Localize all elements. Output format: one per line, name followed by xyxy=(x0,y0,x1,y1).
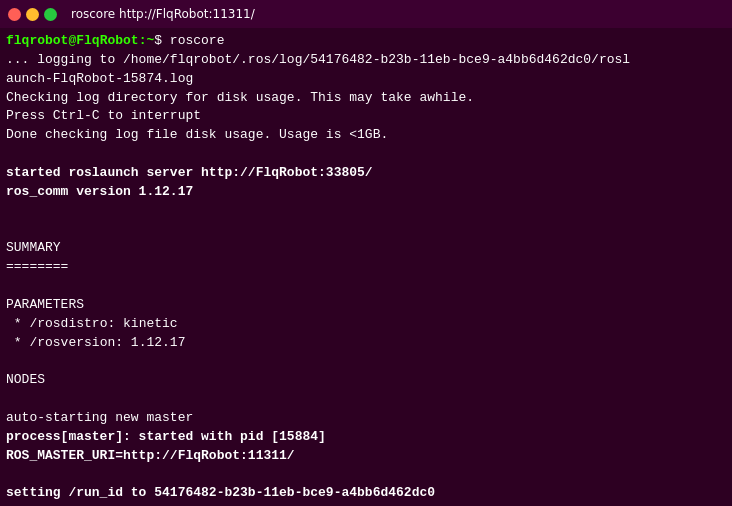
prompt-user: flqrobot xyxy=(6,33,68,48)
maximize-button[interactable] xyxy=(44,8,57,21)
output-line-2: aunch-FlqRobot-15874.log xyxy=(6,70,724,89)
window-title: roscore http://FlqRobot:11311/ xyxy=(71,7,255,21)
prompt-line: flqrobot@FlqRobot:~$ roscore xyxy=(6,32,724,51)
output-line-roslaunch: started roslaunch server http://FlqRobot… xyxy=(6,164,724,183)
output-line-runid: setting /run_id to 54176482-b23b-11eb-bc… xyxy=(6,484,724,503)
empty-line-1 xyxy=(6,145,724,164)
terminal-window: roscore http://FlqRobot:11311/ flqrobot@… xyxy=(0,0,732,506)
output-line-summary: SUMMARY xyxy=(6,239,724,258)
output-line-rosversion: * /rosversion: 1.12.17 xyxy=(6,334,724,353)
output-line-ros-master-uri: ROS_MASTER_URI=http://FlqRobot:11311/ xyxy=(6,447,724,466)
empty-line-7 xyxy=(6,465,724,484)
output-line-3: Checking log directory for disk usage. T… xyxy=(6,89,724,108)
output-line-autostart: auto-starting new master xyxy=(6,409,724,428)
output-line-5: Done checking log file disk usage. Usage… xyxy=(6,126,724,145)
empty-line-4 xyxy=(6,277,724,296)
empty-line-6 xyxy=(6,390,724,409)
prompt-at-host: @FlqRobot xyxy=(68,33,138,48)
empty-line-5 xyxy=(6,352,724,371)
close-button[interactable] xyxy=(8,8,21,21)
traffic-lights xyxy=(8,8,57,21)
output-line-nodes: NODES xyxy=(6,371,724,390)
empty-line-3 xyxy=(6,220,724,239)
output-line-rosdistro: * /rosdistro: kinetic xyxy=(6,315,724,334)
output-line-1: ... logging to /home/flqrobot/.ros/log/5… xyxy=(6,51,724,70)
output-line-roscomm: ros_comm version 1.12.17 xyxy=(6,183,724,202)
command-text: roscore xyxy=(170,33,225,48)
minimize-button[interactable] xyxy=(26,8,39,21)
output-line-master: process[master]: started with pid [15884… xyxy=(6,428,724,447)
prompt-dollar: $ xyxy=(154,33,170,48)
output-line-parameters: PARAMETERS xyxy=(6,296,724,315)
output-line-4: Press Ctrl-C to interrupt xyxy=(6,107,724,126)
output-line-equals: ======== xyxy=(6,258,724,277)
titlebar: roscore http://FlqRobot:11311/ xyxy=(0,0,732,28)
prompt-path: :~ xyxy=(139,33,155,48)
terminal-body[interactable]: flqrobot@FlqRobot:~$ roscore ... logging… xyxy=(0,28,732,506)
empty-line-2 xyxy=(6,202,724,221)
